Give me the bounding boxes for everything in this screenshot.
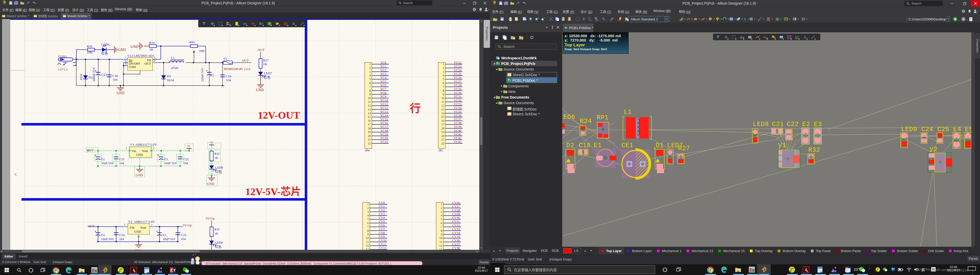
svg-text:红色: 红色 [264,75,270,79]
svg-text:C18: C18 [112,74,118,77]
svg-text:YC40: YC40 [454,129,461,133]
svg-text:15: 15 [368,115,371,119]
svg-text:6: 6 [443,81,444,85]
svg-text:C24: C24 [921,126,933,133]
svg-text:CV10: CV10 [379,239,387,242]
svg-text:GND: GND [136,173,143,177]
svg-text:YC39: YC39 [454,125,461,129]
svg-text:12: 12 [439,244,442,248]
svg-text:OUT: OUT [88,224,95,228]
svg-text:CV30: CV30 [452,216,460,220]
svg-text:8: 8 [369,89,371,92]
svg-text:YC8: YC8 [380,91,387,95]
svg-text:CV29: CV29 [452,212,460,216]
svg-text:10uF/16V: 10uF/16V [162,237,176,241]
svg-text:5: 5 [369,77,371,81]
svg-text:LED9: LED9 [901,126,917,133]
svg-text:红色: 红色 [101,51,108,55]
svg-text:YC15: YC15 [380,117,388,121]
svg-text:U12 LM2596S-ADJ: U12 LM2596S-ADJ [127,54,154,58]
svg-text:CV38: CV38 [452,246,460,250]
svg-text:CV34: CV34 [452,231,460,235]
svg-text:9: 9 [441,233,442,236]
svg-text:1: 1 [75,57,76,59]
svg-text:1K: 1K [215,156,218,160]
svg-text:1: 1 [125,56,126,59]
svg-text:CV4: CV4 [379,216,385,220]
svg-text:C25: C25 [937,126,949,133]
svg-text:104: 104 [113,77,118,82]
svg-text:*: * [892,268,893,270]
svg-text:L1: L1 [624,109,632,116]
svg-text:YC11: YC11 [380,102,388,106]
svg-text:2: 2 [443,66,444,70]
svg-text:GND: GND [129,65,136,69]
svg-text:Z: Z [170,268,172,272]
svg-text:YC9: YC9 [380,95,387,98]
svg-text:YC6: YC6 [380,84,387,87]
svg-text:CV37: CV37 [452,242,460,246]
svg-text:Vin: Vin [130,226,135,229]
svg-text:CV31: CV31 [452,220,460,223]
svg-text:YC4: YC4 [380,76,387,79]
svg-text:13: 13 [366,248,369,250]
svg-text:11: 11 [439,240,442,244]
svg-text:5: 5 [367,217,369,221]
svg-text:LED6: LED6 [562,114,575,121]
svg-text:C21: C21 [772,121,784,128]
svg-text:10uF/16V: 10uF/16V [101,161,114,165]
svg-text:YC32: YC32 [454,98,461,102]
svg-text:C24: C24 [119,233,125,237]
svg-text:2: 2 [151,223,152,226]
svg-text:18: 18 [368,126,371,130]
svg-text:AMS1117-5.0V: AMS1117-5.0V [135,142,157,146]
svg-text:E1: E1 [210,73,214,77]
svg-text:红色: 红色 [215,170,222,174]
svg-text:2: 2 [75,63,76,66]
svg-text:12: 12 [366,244,369,248]
svg-text:FB: FB [147,58,151,62]
svg-text:20: 20 [368,134,371,138]
svg-text:C22: C22 [787,121,799,128]
svg-text:22: 22 [368,142,371,145]
svg-text:CV8: CV8 [379,231,385,235]
svg-text:GND: GND [118,48,126,52]
svg-text:9: 9 [443,93,444,96]
svg-text:YC31: YC31 [454,95,461,98]
svg-text:LED7: LED7 [264,71,272,75]
svg-text:4: 4 [369,74,371,77]
svg-text:YC28: YC28 [454,84,461,87]
svg-text:11: 11 [441,100,444,104]
svg-text:22: 22 [441,142,444,145]
svg-text:CV35: CV35 [452,235,460,238]
svg-text:220uF/10V: 220uF/10V [200,68,204,82]
svg-text:YC12: YC12 [380,106,388,110]
svg-text:YC7: YC7 [380,87,387,91]
svg-text:1: 1 [441,202,442,206]
svg-text:13: 13 [439,248,442,250]
svg-text:10K: 10K [87,51,93,54]
svg-text:LED9: LED9 [215,241,223,245]
svg-text:10: 10 [366,236,369,240]
svg-text:E5: E5 [965,126,971,133]
svg-text:YC25: YC25 [454,72,461,76]
svg-text:LED8: LED8 [753,121,769,128]
svg-text:8: 8 [441,229,442,232]
svg-text:红色: 红色 [215,245,222,249]
svg-text:YC24: YC24 [454,68,462,72]
svg-text:Net: Net [243,22,247,25]
svg-text:V2: V2 [128,220,132,224]
svg-text:C19: C19 [226,74,231,78]
svg-text:JP4: JP4 [365,149,369,152]
svg-text:YC20: YC20 [380,136,388,140]
svg-text:E3: E3 [164,157,168,161]
svg-text:11: 11 [368,100,371,104]
svg-text:GND: GND [134,230,141,234]
svg-text:YC2: YC2 [380,68,387,72]
svg-text:4: 4 [441,213,442,217]
svg-text:5: 5 [443,77,444,81]
svg-text:YC27: YC27 [454,80,461,83]
svg-text:10: 10 [439,236,442,240]
svg-text:YC13: YC13 [380,110,388,114]
svg-text:2: 2 [369,66,371,70]
